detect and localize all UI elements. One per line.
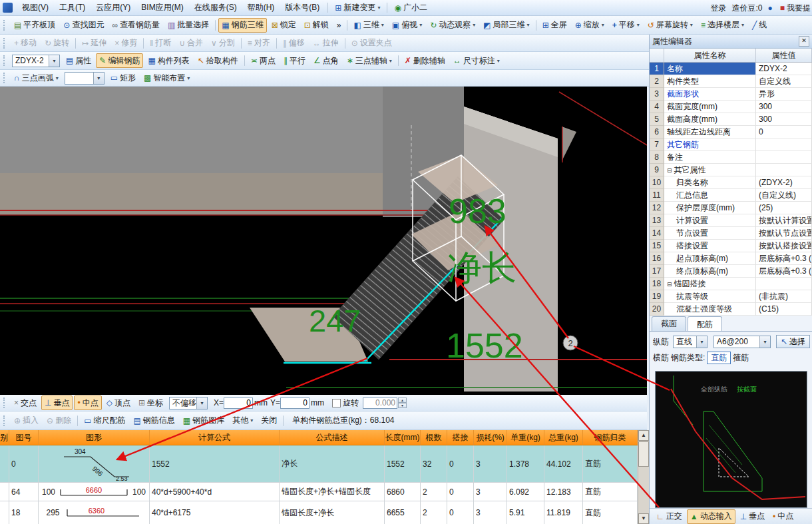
property-value[interactable]: 300 xyxy=(756,113,812,126)
toolbar-grip[interactable] xyxy=(3,38,7,49)
toolbar-button[interactable]: 其他 xyxy=(229,413,256,428)
toolbar-grip[interactable] xyxy=(3,55,7,66)
property-value[interactable]: 0 xyxy=(756,126,812,138)
toolbar-button[interactable]: 两点 xyxy=(248,53,279,68)
new-change-button[interactable]: 新建变更 xyxy=(331,1,383,15)
toolbar-button[interactable] xyxy=(276,38,277,49)
property-value[interactable]: 自定义线 xyxy=(756,75,812,88)
toolbar-button[interactable]: 偏移 xyxy=(280,36,308,51)
table-row[interactable]: 0 304 996 2.53 1552 净长 1552 32 0 3 1.378… xyxy=(0,445,638,483)
toolbar-button[interactable]: 平行 xyxy=(280,53,309,68)
toggle-button[interactable]: 垂点 xyxy=(737,509,768,524)
toolbar-button[interactable]: 选择楼层 xyxy=(698,18,747,33)
snap-toggle[interactable]: 顶点 xyxy=(103,395,134,410)
property-row[interactable]: 11 汇总信息 (自定义线) xyxy=(650,189,812,202)
property-row[interactable]: 12 保护层厚度(mm) (25) xyxy=(650,202,812,214)
toolbar-button[interactable]: 解锁 xyxy=(301,18,332,33)
toolbar-button[interactable]: 设置夹点 xyxy=(348,36,395,51)
scroll-up-icon[interactable] xyxy=(638,430,649,441)
toolbar-button[interactable]: 批量选择 xyxy=(164,18,212,33)
property-value[interactable] xyxy=(756,164,812,176)
property-value[interactable] xyxy=(756,138,812,151)
rotate-checkbox[interactable] xyxy=(332,399,341,407)
style-combo[interactable] xyxy=(65,72,104,85)
toolbar-button[interactable]: 分割 xyxy=(208,36,238,51)
toolbar-button[interactable]: 对齐 xyxy=(244,36,274,51)
toolbar-button[interactable] xyxy=(143,38,144,49)
toolbar-button[interactable]: 移动 xyxy=(11,36,40,51)
toolbar-button[interactable]: 矩形 xyxy=(107,71,139,85)
toolbar-button[interactable] xyxy=(241,38,242,49)
toolbar-button[interactable]: 线 xyxy=(749,18,770,33)
toolbar-button[interactable]: 查看钢筋量 xyxy=(108,18,163,33)
property-value[interactable]: (25) xyxy=(756,202,812,214)
tab-reinforcement[interactable]: 配筋 xyxy=(688,316,722,332)
toolbar-button[interactable]: 修剪 xyxy=(111,36,140,51)
toolbar-button[interactable]: 打断 xyxy=(146,36,174,51)
property-value[interactable]: 按默认搭接设置 xyxy=(756,240,812,252)
toolbar-button[interactable]: 钢筋图库 xyxy=(180,413,228,428)
property-value[interactable]: (非抗震) xyxy=(756,290,812,303)
offset-combo[interactable]: 不偏移 xyxy=(169,397,208,409)
property-value[interactable]: 300 xyxy=(756,101,812,113)
property-row[interactable]: 14 节点设置 按默认节点设置 xyxy=(650,227,812,240)
line-type-combo[interactable]: 直线 xyxy=(673,336,708,348)
toolbar-button[interactable]: 缩尺配筋 xyxy=(81,413,128,428)
component-combo[interactable]: ZDYX-2 xyxy=(12,55,60,67)
toolbar-grip[interactable] xyxy=(3,415,7,426)
property-row[interactable]: 10 归类名称 (ZDYX-2) xyxy=(650,176,812,189)
property-row[interactable]: 5 截面高度(mm) 300 xyxy=(650,113,812,126)
toolbar-button[interactable]: 拾取构件 xyxy=(194,53,242,68)
toolbar-grip[interactable] xyxy=(3,20,7,31)
toolbar-button[interactable]: 删除 xyxy=(43,413,75,428)
toolbar-button[interactable]: 拉伸 xyxy=(309,36,342,51)
menu-item[interactable]: BIM应用(M) xyxy=(136,0,188,15)
toolbar-button[interactable]: 局部三维 xyxy=(480,18,532,33)
scrollbar-thumb[interactable] xyxy=(638,441,649,467)
menu-item[interactable]: 云应用(Y) xyxy=(91,0,136,15)
toolbar-button[interactable]: 钢筋信息 xyxy=(130,413,178,428)
property-value[interactable]: 按默认计算设置 xyxy=(756,214,812,227)
toolbar-button[interactable]: 平移 xyxy=(609,18,643,33)
login-link[interactable]: 登录 xyxy=(710,3,726,14)
tab-section[interactable]: 截面 xyxy=(652,316,686,331)
property-row[interactable]: 16 起点顶标高(m) 层底标高+0.3 (-2 xyxy=(650,252,812,265)
toolbar-grip[interactable] xyxy=(3,73,7,83)
property-row[interactable]: 1 名称 ZDYX-2 xyxy=(650,63,812,75)
rebar-spec-combo[interactable]: A6@200 xyxy=(713,336,771,348)
property-value[interactable]: 层底标高+0.3 (-2 xyxy=(756,265,812,278)
toolbar-button[interactable]: » xyxy=(333,18,345,33)
property-value[interactable] xyxy=(756,278,812,290)
property-row[interactable]: 17 终点顶标高(m) 层底标高+0.3 (-2 xyxy=(650,265,812,278)
table-row[interactable]: 18 295 6360 40*d+6175 锚固长度+净长 6655 2 0 3… xyxy=(0,501,638,524)
toolbar-button[interactable]: 全屏 xyxy=(539,18,570,33)
property-row[interactable]: 19 抗震等级 (非抗震) xyxy=(650,290,812,303)
toolbar-button[interactable]: 缩放 xyxy=(572,18,608,33)
property-row[interactable]: 4 截面宽度(mm) 300 xyxy=(650,101,812,113)
toolbar-button[interactable] xyxy=(215,20,216,31)
toolbar-button[interactable] xyxy=(244,55,245,66)
toolbar-button[interactable] xyxy=(75,38,76,49)
property-row[interactable]: 6 轴线距左边线距离 0 xyxy=(650,126,812,138)
menu-item[interactable]: 帮助(H) xyxy=(242,0,280,15)
snap-toggle[interactable]: 坐标 xyxy=(135,395,166,410)
property-row[interactable]: 20 混凝土强度等级 (C15) xyxy=(650,303,812,316)
toolbar-button[interactable] xyxy=(283,415,284,426)
property-value[interactable]: (ZDYX-2) xyxy=(756,176,812,189)
y-offset-input[interactable] xyxy=(280,397,309,409)
menu-item[interactable]: 工具(T) xyxy=(54,0,91,15)
toolbar-button[interactable]: 插入 xyxy=(11,413,42,428)
property-row[interactable]: 9 其它属性 xyxy=(650,164,812,176)
scrollbar[interactable] xyxy=(638,430,649,524)
menu-item[interactable]: 版本号(B) xyxy=(280,0,325,15)
table-row[interactable]: 64 100 6660 100 40*d+5900+40*d 锚固长度+净长+锚… xyxy=(0,483,638,501)
toolbar-button[interactable]: 删除辅轴 xyxy=(401,53,449,68)
toolbar-button[interactable] xyxy=(345,38,345,49)
toolbar-button[interactable]: 钢筋三维 xyxy=(218,18,266,33)
property-row[interactable]: 2 构件类型 自定义线 xyxy=(650,75,812,88)
section-preview[interactable]: 全部纵筋 按截面 xyxy=(655,371,807,508)
property-value[interactable]: (自定义线) xyxy=(756,189,812,202)
property-value[interactable] xyxy=(756,151,812,164)
toolbar-button[interactable]: 锁定 xyxy=(268,18,300,33)
toolbar-button[interactable]: 动态观察 xyxy=(427,18,479,33)
